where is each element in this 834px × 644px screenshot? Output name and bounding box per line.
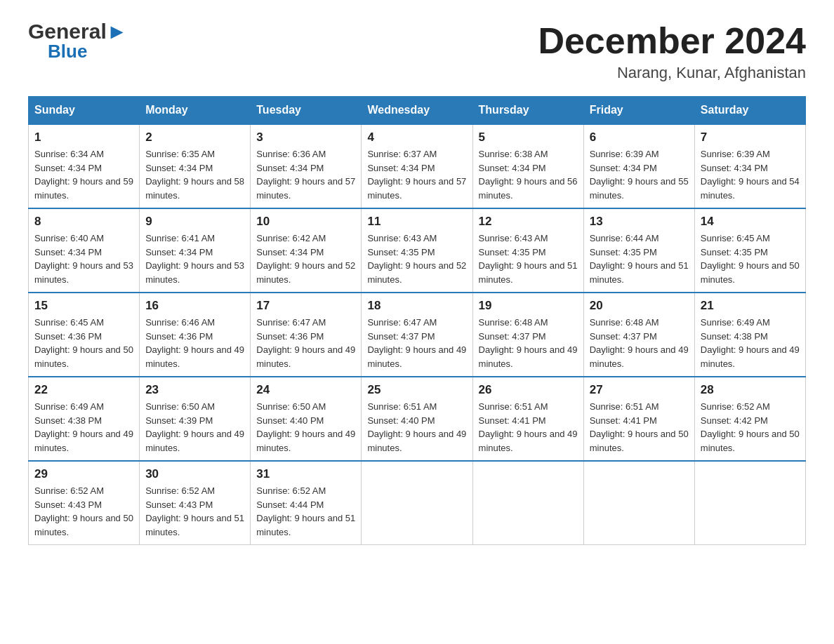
day-number: 1 <box>34 130 133 145</box>
day-info: Sunrise: 6:39 AMSunset: 4:34 PMDaylight:… <box>701 147 800 202</box>
calendar-table: SundayMondayTuesdayWednesdayThursdayFrid… <box>28 96 806 545</box>
day-number: 15 <box>34 299 133 313</box>
day-cell: 11Sunrise: 6:43 AMSunset: 4:35 PMDayligh… <box>362 208 472 293</box>
week-row-5: 29Sunrise: 6:52 AMSunset: 4:43 PMDayligh… <box>29 461 806 545</box>
day-number: 28 <box>701 383 800 397</box>
day-number: 7 <box>701 130 800 145</box>
page-header: General► Blue December 2024 Narang, Kuna… <box>28 21 806 82</box>
day-number: 2 <box>145 130 244 145</box>
day-info: Sunrise: 6:52 AMSunset: 4:42 PMDaylight:… <box>701 400 800 455</box>
day-info: Sunrise: 6:45 AMSunset: 4:36 PMDaylight:… <box>34 316 133 370</box>
day-info: Sunrise: 6:50 AMSunset: 4:40 PMDaylight:… <box>256 400 355 455</box>
logo-blue: Blue <box>48 42 127 60</box>
header-cell-wednesday: Wednesday <box>362 97 472 125</box>
day-info: Sunrise: 6:51 AMSunset: 4:41 PMDaylight:… <box>479 400 578 455</box>
day-number: 18 <box>367 299 466 313</box>
day-info: Sunrise: 6:44 AMSunset: 4:35 PMDaylight:… <box>590 232 689 286</box>
day-info: Sunrise: 6:50 AMSunset: 4:39 PMDaylight:… <box>145 400 244 455</box>
calendar-header: SundayMondayTuesdayWednesdayThursdayFrid… <box>29 97 806 125</box>
day-info: Sunrise: 6:52 AMSunset: 4:43 PMDaylight:… <box>145 484 244 539</box>
calendar-body: 1Sunrise: 6:34 AMSunset: 4:34 PMDaylight… <box>29 124 806 545</box>
day-number: 8 <box>34 215 133 229</box>
day-info: Sunrise: 6:34 AMSunset: 4:34 PMDaylight:… <box>34 147 133 202</box>
day-cell: 6Sunrise: 6:39 AMSunset: 4:34 PMDaylight… <box>583 124 694 208</box>
day-number: 26 <box>479 383 578 397</box>
day-cell: 4Sunrise: 6:37 AMSunset: 4:34 PMDaylight… <box>362 124 472 208</box>
location: Narang, Kunar, Afghanistan <box>538 64 806 82</box>
day-cell: 7Sunrise: 6:39 AMSunset: 4:34 PMDaylight… <box>694 124 805 208</box>
day-cell: 31Sunrise: 6:52 AMSunset: 4:44 PMDayligh… <box>251 461 362 545</box>
day-info: Sunrise: 6:40 AMSunset: 4:34 PMDaylight:… <box>34 232 133 286</box>
day-cell: 30Sunrise: 6:52 AMSunset: 4:43 PMDayligh… <box>140 461 251 545</box>
day-number: 9 <box>145 215 244 229</box>
day-number: 5 <box>479 130 578 145</box>
header-cell-sunday: Sunday <box>29 97 140 125</box>
day-info: Sunrise: 6:43 AMSunset: 4:35 PMDaylight:… <box>479 232 578 286</box>
day-cell: 22Sunrise: 6:49 AMSunset: 4:38 PMDayligh… <box>29 377 140 461</box>
month-title: December 2024 <box>538 21 806 61</box>
day-cell: 14Sunrise: 6:45 AMSunset: 4:35 PMDayligh… <box>694 208 805 293</box>
day-number: 16 <box>145 299 244 313</box>
day-number: 25 <box>367 383 466 397</box>
day-number: 3 <box>256 130 355 145</box>
day-info: Sunrise: 6:46 AMSunset: 4:36 PMDaylight:… <box>145 316 244 370</box>
header-cell-thursday: Thursday <box>472 97 583 125</box>
day-cell: 24Sunrise: 6:50 AMSunset: 4:40 PMDayligh… <box>251 377 362 461</box>
day-number: 30 <box>145 467 244 481</box>
day-info: Sunrise: 6:41 AMSunset: 4:34 PMDaylight:… <box>145 232 244 286</box>
day-number: 4 <box>367 130 466 145</box>
day-info: Sunrise: 6:51 AMSunset: 4:41 PMDaylight:… <box>590 400 689 455</box>
week-row-4: 22Sunrise: 6:49 AMSunset: 4:38 PMDayligh… <box>29 377 806 461</box>
day-number: 6 <box>590 130 689 145</box>
day-cell <box>694 461 805 545</box>
day-number: 22 <box>34 383 133 397</box>
day-cell: 1Sunrise: 6:34 AMSunset: 4:34 PMDaylight… <box>29 124 140 208</box>
day-cell <box>362 461 472 545</box>
day-cell: 12Sunrise: 6:43 AMSunset: 4:35 PMDayligh… <box>472 208 583 293</box>
day-info: Sunrise: 6:38 AMSunset: 4:34 PMDaylight:… <box>479 147 578 202</box>
day-info: Sunrise: 6:37 AMSunset: 4:34 PMDaylight:… <box>367 147 466 202</box>
day-cell: 28Sunrise: 6:52 AMSunset: 4:42 PMDayligh… <box>694 377 805 461</box>
day-cell: 3Sunrise: 6:36 AMSunset: 4:34 PMDaylight… <box>251 124 362 208</box>
day-cell: 5Sunrise: 6:38 AMSunset: 4:34 PMDaylight… <box>472 124 583 208</box>
day-number: 10 <box>256 215 355 229</box>
title-block: December 2024 Narang, Kunar, Afghanistan <box>538 21 806 82</box>
day-number: 23 <box>145 383 244 397</box>
day-number: 19 <box>479 299 578 313</box>
day-info: Sunrise: 6:43 AMSunset: 4:35 PMDaylight:… <box>367 232 466 286</box>
day-cell: 2Sunrise: 6:35 AMSunset: 4:34 PMDaylight… <box>140 124 251 208</box>
day-cell: 27Sunrise: 6:51 AMSunset: 4:41 PMDayligh… <box>583 377 694 461</box>
day-info: Sunrise: 6:48 AMSunset: 4:37 PMDaylight:… <box>590 316 689 370</box>
day-cell: 10Sunrise: 6:42 AMSunset: 4:34 PMDayligh… <box>251 208 362 293</box>
day-info: Sunrise: 6:47 AMSunset: 4:37 PMDaylight:… <box>367 316 466 370</box>
day-info: Sunrise: 6:45 AMSunset: 4:35 PMDaylight:… <box>701 232 800 286</box>
day-cell: 21Sunrise: 6:49 AMSunset: 4:38 PMDayligh… <box>694 293 805 377</box>
day-cell <box>583 461 694 545</box>
day-number: 14 <box>701 215 800 229</box>
day-number: 13 <box>590 215 689 229</box>
day-info: Sunrise: 6:47 AMSunset: 4:36 PMDaylight:… <box>256 316 355 370</box>
day-cell: 19Sunrise: 6:48 AMSunset: 4:37 PMDayligh… <box>472 293 583 377</box>
header-cell-friday: Friday <box>583 97 694 125</box>
day-cell: 26Sunrise: 6:51 AMSunset: 4:41 PMDayligh… <box>472 377 583 461</box>
day-cell: 29Sunrise: 6:52 AMSunset: 4:43 PMDayligh… <box>29 461 140 545</box>
day-cell: 20Sunrise: 6:48 AMSunset: 4:37 PMDayligh… <box>583 293 694 377</box>
logo-text: General► Blue <box>28 21 127 60</box>
day-cell: 18Sunrise: 6:47 AMSunset: 4:37 PMDayligh… <box>362 293 472 377</box>
day-cell: 17Sunrise: 6:47 AMSunset: 4:36 PMDayligh… <box>251 293 362 377</box>
day-info: Sunrise: 6:39 AMSunset: 4:34 PMDaylight:… <box>590 147 689 202</box>
logo-general: General► <box>28 21 127 42</box>
day-info: Sunrise: 6:42 AMSunset: 4:34 PMDaylight:… <box>256 232 355 286</box>
day-cell: 15Sunrise: 6:45 AMSunset: 4:36 PMDayligh… <box>29 293 140 377</box>
day-number: 31 <box>256 467 355 481</box>
day-number: 27 <box>590 383 689 397</box>
day-cell: 23Sunrise: 6:50 AMSunset: 4:39 PMDayligh… <box>140 377 251 461</box>
header-cell-tuesday: Tuesday <box>251 97 362 125</box>
logo: General► Blue <box>28 21 127 60</box>
day-cell: 25Sunrise: 6:51 AMSunset: 4:40 PMDayligh… <box>362 377 472 461</box>
header-row: SundayMondayTuesdayWednesdayThursdayFrid… <box>29 97 806 125</box>
day-info: Sunrise: 6:49 AMSunset: 4:38 PMDaylight:… <box>34 400 133 455</box>
week-row-2: 8Sunrise: 6:40 AMSunset: 4:34 PMDaylight… <box>29 208 806 293</box>
day-info: Sunrise: 6:35 AMSunset: 4:34 PMDaylight:… <box>145 147 244 202</box>
day-number: 11 <box>367 215 466 229</box>
